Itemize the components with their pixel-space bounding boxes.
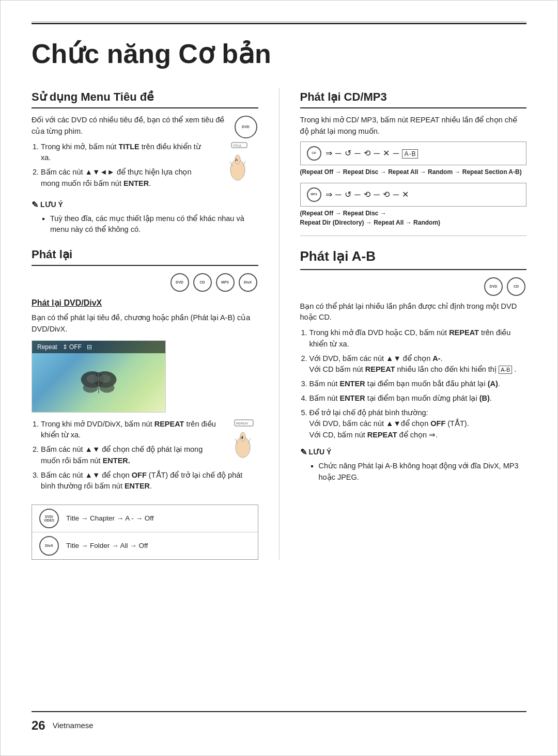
section-divider xyxy=(300,235,527,236)
dvd-video-badge: DVD/VIDEO xyxy=(39,509,59,528)
mp3-badge: MP3 xyxy=(216,273,235,292)
pencil-icon-2: ✎ xyxy=(300,446,307,459)
cd-badge: CD xyxy=(193,273,212,292)
dvd-step-1: Trong khi mở DVD/DivX, bấm nút REPEAT tr… xyxy=(41,419,258,442)
menu-note: ✎ LƯU Ý Tuỳ theo đĩa, các mục thiết lập … xyxy=(32,199,258,236)
menu-note-list: Tuỳ theo đĩa, các mục thiết lập menu có … xyxy=(50,213,258,236)
section-phat-lai-cd: Phát lại CD/MP3 Trong khi mở CD/ MP3, bấ… xyxy=(300,88,527,227)
dvd-badge: DVD xyxy=(171,273,189,292)
cd-mp3-heading: Phát lại CD/MP3 xyxy=(300,88,527,108)
svg-text:A: A xyxy=(235,158,238,162)
svg-point-13 xyxy=(99,374,111,383)
ab-step-2: Với DVD, bấm các nút ▲▼ để chọn A-. Với … xyxy=(309,353,527,376)
menu-note-content: Tuỳ theo đĩa, các mục thiết lập menu có … xyxy=(41,213,258,236)
phat-lai-icons-row: DVD CD MP3 DivX xyxy=(169,272,258,293)
menu-step-2: Bấm các nút ▲▼◄► để thực hiện lựa chọn m… xyxy=(41,167,212,190)
svg-text:REPEAT: REPEAT xyxy=(236,422,249,425)
repeat-table: DVD/VIDEO Title → Chapter → A - → Off Di… xyxy=(32,505,258,560)
ab-note: ✎ LƯU Ý Chức năng Phát lại A-B không hoạ… xyxy=(300,446,527,483)
cd-repeat-diagram: CD ⇒ ─ ↺ ─ ⟲ ─ ✕ ─ A-B (Repeat Off → Rep… xyxy=(300,141,527,177)
ab-note-list: Chức năng Phát lại A-B không hoạt động v… xyxy=(319,461,527,483)
ab-step-1: Trong khi mở đĩa DVD hoặc CD, bấm nút RE… xyxy=(309,327,527,350)
screen-bar-icon: ⊟ xyxy=(87,342,92,352)
repeat-table-row-2: DivX Title → Folder → All → Off xyxy=(32,532,258,559)
ab-intro: Bạn có thể phát lại nhiều lần phần được … xyxy=(300,301,527,324)
steps-wrapper: Trong khi mở, bấm nút TITLE trên điều kh… xyxy=(32,141,258,194)
page-footer: 26 Vietnamese xyxy=(32,711,526,735)
dvd-steps-list: Trong khi mở DVD/DivX, bấm nút REPEAT tr… xyxy=(41,419,258,493)
butterfly-screen: Repeat ⇕ OFF ⊟ xyxy=(32,340,166,413)
section-phat-lai: Phát lại DVD CD MP3 DivX Phát lại DVD/Di… xyxy=(32,246,258,560)
cd-repeat-row: CD ⇒ ─ ↺ ─ ⟲ ─ ✕ ─ A-B xyxy=(300,141,527,165)
dvd-icon-badge: DVD xyxy=(235,116,257,138)
dvd-remote-hand: REPEAT 4 xyxy=(227,419,258,464)
svg-point-10 xyxy=(100,383,115,392)
ab-steps-list: Trong khi mở đĩa DVD hoặc CD, bấm nút RE… xyxy=(309,327,527,441)
section-phat-lai-ab: Phát lại A-B DVD CD Bạn có thể phát lại … xyxy=(300,246,527,483)
menu-note-label: ✎ LƯU Ý xyxy=(32,199,258,211)
pencil-icon: ✎ xyxy=(32,199,38,211)
screen-bar-text: Repeat xyxy=(37,342,57,352)
ab-icons-row: DVD CD xyxy=(483,276,526,297)
divx-badge: DivX xyxy=(239,273,257,292)
steps-list-container: Trong khi mở, bấm nút TITLE trên điều kh… xyxy=(32,141,212,194)
cd-small-icon: CD xyxy=(307,146,321,161)
phat-lai-heading: Phát lại xyxy=(32,246,258,266)
main-title: Chức năng Cơ bản xyxy=(32,34,526,74)
butterfly-illustration xyxy=(78,361,119,402)
ab-dvd-badge: DVD xyxy=(484,277,503,296)
svg-text:TITLE: TITLE xyxy=(233,144,241,147)
title-remote-hand: TITLE A xyxy=(222,141,253,186)
svg-point-9 xyxy=(83,383,98,392)
mp3-small-icon: MP3 xyxy=(307,187,321,202)
dvd-remote-svg: REPEAT 4 xyxy=(227,419,258,460)
svg-point-12 xyxy=(87,374,98,383)
dvd-step-2: Bấm các nút ▲▼ để chọn chế độ phát lại m… xyxy=(41,444,258,467)
cd-caption: (Repeat Off → Repeat Disc → Repeat All →… xyxy=(300,167,527,177)
menu-tieu-de-heading: Sử dụng Menu Tiêu đề xyxy=(32,88,258,108)
ab-symbol: A-B xyxy=(499,366,512,374)
ab-note-content: Chức năng Phát lại A-B không hoạt động v… xyxy=(309,461,527,483)
menu-steps-list: Trong khi mở, bấm nút TITLE trên điều kh… xyxy=(41,141,212,190)
phat-lai-ab-heading: Phát lại A-B xyxy=(300,246,527,270)
menu-step-1: Trong khi mở, bấm nút TITLE trên điều kh… xyxy=(41,141,212,164)
dvd-divx-intro: Bạn có thể phát lại tiêu đề, chương hoặc… xyxy=(32,312,258,335)
content-columns: Sử dụng Menu Tiêu đề DVD Đối với các DVD… xyxy=(32,88,526,560)
page: Chức năng Cơ bản Sử dụng Menu Tiêu đề DV… xyxy=(0,0,558,756)
column-divider xyxy=(279,88,280,560)
repeat-table-text-1: Title → Chapter → A - → Off xyxy=(66,513,154,524)
ab-note-item-1: Chức năng Phát lại A-B không hoạt động v… xyxy=(319,461,527,483)
section-menu-tieu-de: Sử dụng Menu Tiêu đề DVD Đối với các DVD… xyxy=(32,88,258,235)
ab-step-5: Để trở lại chế độ phát bình thường: Với … xyxy=(309,407,527,441)
dvd-steps-wrapper: REPEAT 4 Trong khi mở DVD/DivX, bấm nút … xyxy=(32,419,258,497)
page-language: Vietnamese xyxy=(53,720,94,732)
cd-mp3-intro: Trong khi mở CD/ MP3, bấm nút REPEAT nhi… xyxy=(300,115,527,137)
cd-symbols: ⇒ ─ ↺ ─ ⟲ ─ ✕ ─ A-B xyxy=(326,147,419,160)
svg-text:4: 4 xyxy=(241,435,243,440)
screen-bar: Repeat ⇕ OFF ⊟ xyxy=(32,341,165,353)
screen-bar-arrows: ⇕ OFF xyxy=(63,342,82,352)
mp3-caption: (Repeat Off → Repeat Disc →Repeat Dir (D… xyxy=(300,209,527,227)
ab-step-3: Bấm nút ENTER tại điểm bạn muốn bắt đầu … xyxy=(309,379,527,390)
menu-note-item-1: Tuỳ theo đĩa, các mục thiết lập menu có … xyxy=(50,213,258,236)
mp3-repeat-diagram: MP3 ⇒ ─ ↺ ─ ⟲ ─ ⟲ ─ ✕ (Repeat Off → Repe… xyxy=(300,183,527,227)
ab-note-label: ✎ LƯU Ý xyxy=(300,446,527,459)
title-remote-svg: TITLE A xyxy=(222,141,253,183)
mp3-repeat-row: MP3 ⇒ ─ ↺ ─ ⟲ ─ ⟲ ─ ✕ xyxy=(300,183,527,207)
repeat-table-text-2: Title → Folder → All → Off xyxy=(66,541,148,551)
page-number: 26 xyxy=(32,716,45,735)
ab-cd-badge: CD xyxy=(507,277,525,296)
top-line-thin xyxy=(32,21,526,22)
repeat-table-row-1: DVD/VIDEO Title → Chapter → A - → Off xyxy=(32,505,258,532)
ab-step-4: Bấm nút ENTER tại điểm bạn muốn dừng phá… xyxy=(309,393,527,404)
top-line-thick xyxy=(32,23,526,24)
menu-intro-text: Đối với các DVD có nhiều tiêu đề, bạn có… xyxy=(32,115,258,137)
divx-table-badge: DivX xyxy=(39,536,59,556)
left-column: Sử dụng Menu Tiêu đề DVD Đối với các DVD… xyxy=(32,88,258,560)
mp3-symbols: ⇒ ─ ↺ ─ ⟲ ─ ⟲ ─ ✕ xyxy=(326,188,410,201)
dvd-divx-subheading: Phát lại DVD/DivX xyxy=(32,297,258,309)
dvd-step-3: Bấm các nút ▲▼ để chọn OFF (TẮT) để trở … xyxy=(41,470,258,493)
right-column: Phát lại CD/MP3 Trong khi mở CD/ MP3, bấ… xyxy=(300,88,527,560)
